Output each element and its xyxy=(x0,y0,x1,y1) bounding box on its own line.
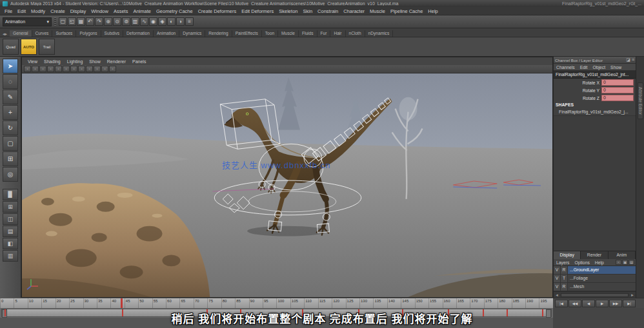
layer-editor-tab[interactable]: Render xyxy=(581,251,608,259)
shape-node-name[interactable]: FinalRaptorRig_v01st_mdlGeo2_j... xyxy=(554,108,636,115)
go-to-end-button[interactable]: ▶| xyxy=(623,300,636,307)
shelf-tab[interactable]: Fluids xyxy=(299,30,317,37)
snap-to-plane-icon[interactable]: ◈ xyxy=(158,17,166,26)
...Mesh[interactable]: V R ...Mesh xyxy=(554,283,636,291)
menu-item[interactable]: Display xyxy=(68,8,89,14)
select-by-component-icon[interactable]: ⊚ xyxy=(122,17,130,26)
shelf-tab[interactable]: Hair xyxy=(330,30,345,37)
rotate-tool[interactable]: ↻ xyxy=(3,121,18,135)
shelf-tab[interactable]: Surfaces xyxy=(52,30,76,37)
render-settings-icon[interactable]: ≡ xyxy=(185,17,194,26)
layout-single-pane-button[interactable]: ▉ xyxy=(3,189,18,200)
layer-editor-scrollbar[interactable]: ◄ ► xyxy=(554,291,636,298)
ipr-render-icon[interactable]: ◑ xyxy=(176,17,185,26)
new-scene-icon[interactable]: ▢ xyxy=(59,17,67,26)
time-slider[interactable]: 0510152025303540455055606570758085909510… xyxy=(0,298,553,308)
panel-menu-item[interactable]: Shading xyxy=(41,59,64,64)
menu-item[interactable]: Edit Deformers xyxy=(239,8,276,14)
new-empty-layer-icon[interactable]: ▫ xyxy=(616,260,621,265)
panel-menu-item[interactable]: Lighting xyxy=(64,59,86,64)
channel-box-menu-item[interactable]: Edit xyxy=(578,65,590,70)
menu-item[interactable]: Help xyxy=(425,8,440,14)
open-scene-icon[interactable]: ◱ xyxy=(68,17,76,26)
universal-manipulator-tool[interactable]: ⊞ xyxy=(3,151,18,166)
panel-menu-item[interactable]: View xyxy=(25,59,41,64)
layout-pane-outliner-button[interactable]: ◧ xyxy=(3,238,18,249)
selected-node-name[interactable]: FinalRaptorRig_v01st_mdlGeo2_jnt... xyxy=(554,71,636,79)
layer-editor-menu-item[interactable]: Layers xyxy=(554,260,572,265)
undo-icon[interactable]: ↶ xyxy=(86,17,94,26)
channel-value-field[interactable]: 0 xyxy=(601,95,634,101)
shelf-tab[interactable]: PaintEffects xyxy=(232,30,262,37)
panel-menu-item[interactable]: Panels xyxy=(129,59,149,64)
shelf-tab[interactable]: Curves xyxy=(32,30,53,37)
...GroundLayer[interactable]: V R ...GroundLayer xyxy=(554,266,636,275)
snap-to-grid-icon[interactable]: ▥ xyxy=(131,17,139,26)
lasso-select-tool[interactable]: ◌ xyxy=(3,74,18,89)
shelf-quad-button[interactable]: Quad xyxy=(3,39,19,55)
menu-item[interactable]: File xyxy=(2,8,15,14)
shelf-tab[interactable]: nDynamics xyxy=(365,30,394,37)
channel-value-field[interactable]: 0 xyxy=(601,79,634,86)
play-forwards-button[interactable]: ▶ xyxy=(596,300,609,307)
layer-display-type-toggle[interactable]: T xyxy=(561,275,568,282)
select-camera-icon[interactable]: ▫ xyxy=(24,66,31,72)
menu-item[interactable]: Geometry Cache xyxy=(154,8,196,14)
layer-list-options-icon[interactable]: ▤ xyxy=(629,260,634,265)
shelf-tab[interactable]: nCloth xyxy=(346,30,365,37)
scale-tool[interactable]: ▢ xyxy=(3,136,18,151)
layout-four-pane-button[interactable]: ⊞ xyxy=(3,201,18,213)
shelf-tab-arrows-icon[interactable]: ◂▸ xyxy=(3,32,7,37)
menu-item[interactable]: Assets xyxy=(111,8,131,14)
panel-menu-item[interactable]: Renderer xyxy=(104,59,129,64)
menu-item[interactable]: Window xyxy=(88,8,111,14)
menu-item[interactable]: Muscle xyxy=(367,8,388,14)
select-by-hierarchy-icon[interactable]: ⊕ xyxy=(104,17,112,26)
channel-box-menu-item[interactable]: Channels xyxy=(554,65,578,70)
viewport-canvas[interactable]: 技艺人生 www.dbnxxfb.cn xyxy=(22,73,552,297)
menu-item[interactable]: Create xyxy=(48,8,68,14)
layer-editor-menu-item[interactable]: Options xyxy=(572,260,592,265)
shelf-tab[interactable]: Muscle xyxy=(278,30,299,37)
image-plane-icon[interactable]: ▫ xyxy=(55,66,62,72)
scrollbar-track[interactable] xyxy=(561,293,629,297)
shelf-tab[interactable]: General xyxy=(10,30,32,37)
film-gate-icon[interactable]: ▫ xyxy=(78,66,85,72)
menu-item[interactable]: Pipeline Cache xyxy=(388,8,425,14)
channel-box-menu-item[interactable]: Show xyxy=(608,65,624,70)
go-to-start-button[interactable]: |◀ xyxy=(555,300,568,307)
attribute-editor-tab[interactable]: Attribute Editor xyxy=(638,82,643,119)
snap-to-point-icon[interactable]: ◉ xyxy=(149,17,157,26)
perspective-viewport[interactable]: ViewShadingLightingShowRendererPanels ▫▫… xyxy=(21,57,553,298)
layer-name[interactable]: ...Mesh xyxy=(568,283,636,291)
select-tool[interactable]: ➤ xyxy=(3,59,18,73)
layer-display-type-toggle[interactable]: R xyxy=(561,266,568,274)
camera-attributes-icon[interactable]: ▫ xyxy=(39,66,46,72)
grid-icon[interactable]: ▫ xyxy=(70,66,77,72)
layer-editor-menu-item[interactable]: Help xyxy=(592,260,607,265)
scroll-right-icon[interactable]: ► xyxy=(629,293,636,297)
layout-two-pane-side-button[interactable]: ◫ xyxy=(3,213,18,225)
save-scene-icon[interactable]: ▦ xyxy=(77,17,85,26)
shelf-trail-button[interactable]: Trail xyxy=(39,39,55,55)
layout-hypershade-button[interactable]: ▥ xyxy=(3,250,18,262)
layer-display-type-toggle[interactable]: R xyxy=(561,283,568,291)
scroll-left-icon[interactable]: ◄ xyxy=(554,293,560,297)
current-frame-marker[interactable] xyxy=(121,298,123,308)
menu-item[interactable]: Edit xyxy=(15,8,28,14)
layer-editor-tab[interactable]: Display xyxy=(554,251,581,259)
field-chart-icon[interactable]: ▫ xyxy=(101,66,108,72)
channel-box-menu-item[interactable]: Object xyxy=(590,65,608,70)
layout-two-pane-stacked-button[interactable]: ▤ xyxy=(3,226,18,237)
new-layer-from-selected-icon[interactable]: ▣ xyxy=(622,260,628,265)
menu-item[interactable]: Skeleton xyxy=(276,8,300,14)
select-by-object-icon[interactable]: ⊙ xyxy=(113,17,121,26)
menu-item[interactable]: Skin xyxy=(300,8,315,14)
layer-name[interactable]: ...GroundLayer xyxy=(568,266,636,274)
step-back-button[interactable]: ◀◀ xyxy=(569,300,581,307)
shelf-tab[interactable]: Subdivs xyxy=(101,30,123,37)
shelf-tab[interactable]: Polygons xyxy=(76,30,101,37)
scene-3d[interactable] xyxy=(22,73,552,297)
shelf-tab[interactable]: Fur xyxy=(317,30,331,37)
shelf-tab[interactable]: Toon xyxy=(262,30,278,37)
